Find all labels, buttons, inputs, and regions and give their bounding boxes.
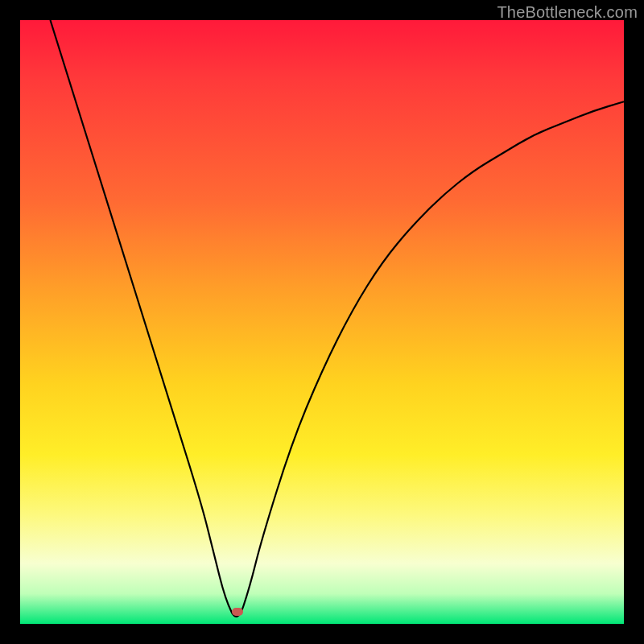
plot-area [20,20,624,624]
bottleneck-curve-path [51,20,625,617]
chart-frame: TheBottleneck.com [0,0,644,644]
watermark-label: TheBottleneck.com [497,3,638,22]
optimal-point-marker [232,608,243,616]
curve-svg [20,20,624,624]
